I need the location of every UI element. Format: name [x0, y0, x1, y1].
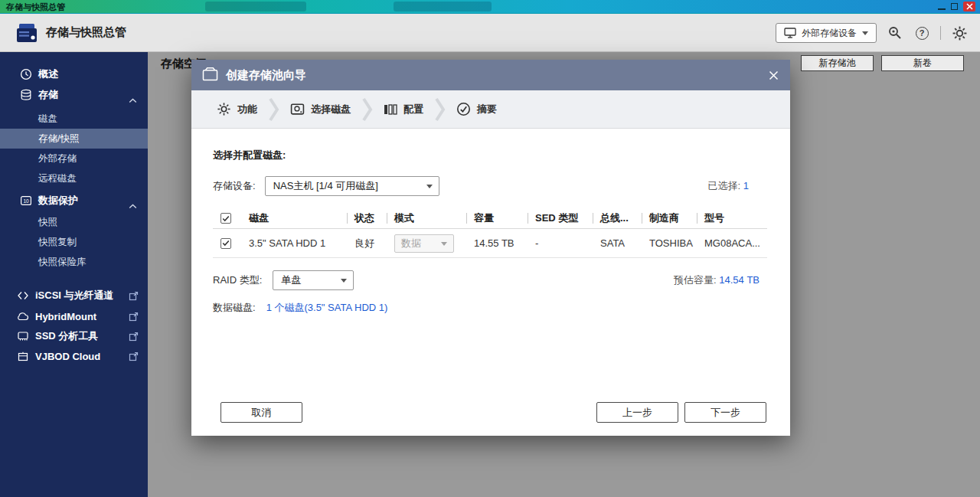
- overview-clock-icon: [19, 68, 32, 81]
- storage-device-row: 存储设备: NAS主机 [1/4 可用磁盘] 已选择: 1: [213, 176, 767, 196]
- column-header-status: 状态: [347, 208, 387, 228]
- sidebar-item-iscsi[interactable]: iSCSI 与光纤通道: [0, 286, 148, 306]
- sidebar-item-label: 远程磁盘: [0, 172, 77, 185]
- step-summary: 摘要: [456, 102, 497, 116]
- app-header: 存储与快照总管 外部存储设备: [0, 14, 980, 52]
- divider: [940, 26, 941, 40]
- storage-device-dropdown[interactable]: NAS主机 [1/4 可用磁盘]: [265, 176, 439, 196]
- external-storage-device-label: 外部存储设备: [802, 27, 857, 40]
- close-dialog-button[interactable]: [764, 66, 782, 84]
- disk-mode-dropdown[interactable]: 数据: [394, 234, 454, 253]
- check-circle-icon: [456, 102, 471, 116]
- external-link-icon: [129, 351, 139, 365]
- raid-type-row: RAID 类型: 单盘 预估容量: 14.54 TB: [213, 270, 767, 290]
- taskbar-app-segment[interactable]: [394, 2, 492, 11]
- external-storage-device-button[interactable]: 外部存储设备: [776, 23, 877, 43]
- hybridmount-cloud-icon: [16, 310, 29, 323]
- sidebar-item-overview[interactable]: 概述: [0, 64, 148, 84]
- sidebar-item-snapshot-vault[interactable]: 快照保险库: [0, 252, 148, 272]
- sidebar-item-vjbod-cloud[interactable]: VJBOD Cloud: [0, 346, 148, 366]
- selected-count-value: 1: [743, 180, 749, 191]
- desktop: 存储与快照总管 存储与快照总管: [0, 0, 980, 497]
- close-icon: [769, 70, 779, 80]
- disk-model: MG08ACA...: [697, 229, 767, 257]
- chevron-down-icon: [441, 242, 447, 246]
- storage-pool-icon: [202, 67, 218, 84]
- external-link-icon: [129, 290, 139, 304]
- new-volume-button[interactable]: 新卷: [881, 55, 964, 71]
- sidebar-item-label: 快照保险库: [0, 256, 87, 269]
- step-function: 功能: [217, 102, 257, 116]
- sidebar: 概述 存储 磁盘 存储/快照 外部存储 远程磁盘 10 数据保护: [0, 52, 148, 497]
- hard-disk-icon: [290, 102, 305, 116]
- dialog-footer: 取消 上一步 下一步: [220, 402, 766, 423]
- step-separator-icon: [268, 94, 279, 125]
- disk-capacity: 14.55 TB: [466, 229, 528, 257]
- sidebar-item-label: VJBOD Cloud: [0, 351, 100, 362]
- sidebar-item-label: 磁盘: [0, 113, 57, 126]
- disk-bus: SATA: [593, 229, 642, 257]
- sidebar-item-disks[interactable]: 磁盘: [0, 109, 148, 129]
- storage-database-icon: [19, 89, 32, 102]
- column-header-sed-type: SED 类型: [528, 208, 593, 228]
- sidebar-item-label: 外部存储: [0, 152, 77, 165]
- chevron-up-icon: [129, 198, 137, 212]
- next-button[interactable]: 下一步: [684, 402, 766, 423]
- monitor-icon: [784, 28, 796, 38]
- disk-mode-value: 数据: [401, 237, 421, 250]
- cancel-button[interactable]: 取消: [220, 402, 302, 423]
- sidebar-item-external-storage[interactable]: 外部存储: [0, 149, 148, 168]
- chevron-down-icon: [862, 31, 868, 35]
- column-header-model: 型号: [697, 208, 767, 228]
- check-icon: [222, 215, 230, 222]
- sidebar-item-label: SSD 分析工具: [0, 329, 98, 343]
- disk-select-checkbox[interactable]: [220, 238, 231, 249]
- window-controls: [938, 2, 975, 11]
- sidebar-item-remote-disk[interactable]: 远程磁盘: [0, 168, 148, 188]
- sidebar-item-ssd-profiling[interactable]: SSD 分析工具: [0, 326, 148, 346]
- gear-icon: [217, 102, 231, 116]
- step-label: 配置: [403, 103, 423, 116]
- step-separator-icon: [361, 94, 373, 125]
- select-all-checkbox[interactable]: [220, 213, 231, 224]
- taskbar-app-segment[interactable]: [205, 2, 306, 11]
- new-storage-pool-button[interactable]: 新存储池: [801, 55, 874, 71]
- previous-button[interactable]: 上一步: [596, 402, 678, 423]
- sidebar-group-storage[interactable]: 存储: [0, 85, 148, 105]
- column-header-manufacturer: 制造商: [642, 208, 697, 228]
- step-label: 摘要: [477, 103, 497, 116]
- close-window-button[interactable]: [963, 2, 975, 11]
- column-header-disk: 磁盘: [241, 208, 347, 228]
- sidebar-item-label: HybridMount: [0, 311, 96, 322]
- disk-manufacturer: TOSHIBA: [642, 229, 697, 257]
- dialog-header: 创建存储池向导: [191, 60, 790, 90]
- ssd-icon: [16, 330, 29, 343]
- sidebar-group-data-protection[interactable]: 10 数据保护: [0, 191, 148, 211]
- sidebar-item-snapshot[interactable]: 快照: [0, 212, 148, 232]
- data-disks-row: 数据磁盘: 1 个磁盘(3.5" SATA HDD 1): [213, 301, 767, 315]
- taskbar-title: 存储与快照总管: [6, 2, 65, 13]
- section-title: 选择并配置磁盘:: [213, 149, 767, 162]
- data-disks-link[interactable]: 1 个磁盘(3.5" SATA HDD 1): [266, 301, 388, 315]
- minimize-button[interactable]: [938, 8, 946, 10]
- estimated-capacity: 预估容量: 14.54 TB: [674, 273, 760, 287]
- raid-type-dropdown[interactable]: 单盘: [273, 270, 354, 290]
- disk-table-row: 3.5" SATA HDD 1 良好 数据 14.55 TB - SATA TO…: [213, 229, 767, 258]
- maximize-button[interactable]: [951, 3, 958, 10]
- disk-table: 磁盘 状态 模式 容量 SED 类型 总线... 制造商 型号 3.5" SAT…: [213, 208, 767, 258]
- help-icon[interactable]: [913, 25, 930, 41]
- data-disks-label: 数据磁盘:: [213, 301, 256, 315]
- check-icon: [222, 240, 230, 247]
- chevron-down-icon: [426, 185, 433, 188]
- diagnostics-icon[interactable]: [887, 25, 903, 41]
- close-icon: [966, 3, 973, 10]
- sidebar-item-storage-snapshots[interactable]: 存储/快照: [0, 129, 148, 149]
- settings-gear-icon[interactable]: [951, 25, 968, 41]
- sidebar-item-snapshot-replica[interactable]: 快照复制: [0, 232, 148, 252]
- sidebar-item-hybridmount[interactable]: HybridMount: [0, 306, 148, 326]
- app-title: 存储与快照总管: [46, 25, 126, 40]
- step-separator-icon: [434, 94, 446, 125]
- external-link-icon: [129, 311, 139, 325]
- header-actions: 外部存储设备: [776, 14, 968, 52]
- content-toolbar: 新存储池 新卷: [801, 55, 964, 71]
